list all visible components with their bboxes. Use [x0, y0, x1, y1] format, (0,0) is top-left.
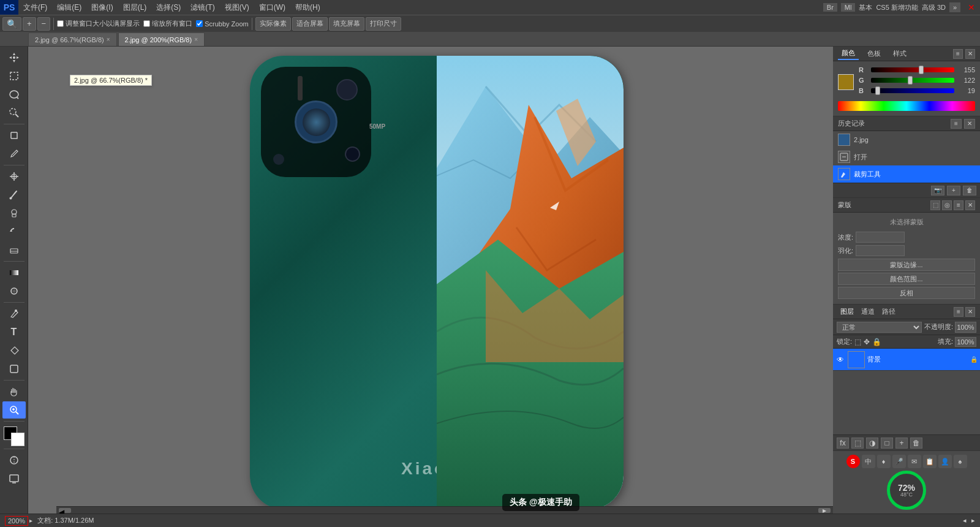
mask-invert-btn[interactable]: 反相: [838, 287, 975, 299]
blend-mode-select[interactable]: 正常: [837, 322, 922, 333]
zoom-percentage-box[interactable]: 200%: [5, 516, 28, 526]
weather-icon[interactable]: ♦: [877, 455, 891, 468]
history-close-btn[interactable]: ✕: [964, 119, 975, 129]
menu-file[interactable]: 文件(F): [18, 0, 52, 15]
mask-menu[interactable]: ≡: [954, 200, 963, 210]
mask-add-pixel[interactable]: ⬚: [930, 200, 940, 210]
menu-window[interactable]: 窗口(W): [254, 0, 290, 15]
tool-lasso[interactable]: [2, 86, 26, 103]
zoom-tool-icon[interactable]: 🔍: [2, 17, 21, 31]
tab-1[interactable]: 2.jpg @ 66.7%(RGB/8) ×: [28, 32, 117, 46]
tool-marquee[interactable]: [2, 67, 26, 85]
color-panel-close[interactable]: ✕: [965, 49, 975, 59]
sogou-icon[interactable]: S: [846, 455, 860, 468]
workspace-basic[interactable]: 基本: [859, 3, 872, 12]
actual-pixels-btn[interactable]: 实际像素: [255, 17, 291, 31]
layer-group-btn[interactable]: □: [881, 438, 893, 449]
layers-menu[interactable]: ≡: [954, 307, 963, 317]
tool-zoom[interactable]: [2, 401, 26, 419]
color-preview-swatch[interactable]: [838, 74, 854, 90]
tool-history-brush[interactable]: [2, 223, 26, 240]
zoom-increase-arrow[interactable]: ▸: [29, 517, 32, 524]
tab-2-close[interactable]: ×: [194, 36, 198, 43]
mask-close[interactable]: ✕: [965, 200, 975, 210]
mask-refine-btn[interactable]: 蒙版边缘...: [838, 259, 975, 271]
zoom-all-checkbox[interactable]: [143, 20, 150, 27]
tool-text[interactable]: T: [2, 324, 26, 341]
menu-image[interactable]: 图像(I): [86, 0, 118, 15]
menu-view[interactable]: 视图(V): [220, 0, 254, 15]
workspace-3d[interactable]: 高级 3D: [922, 3, 946, 12]
tool-screen-mode[interactable]: [2, 470, 26, 487]
layer-visibility-0[interactable]: 👁: [835, 355, 845, 365]
menu-edit[interactable]: 编辑(E): [52, 0, 86, 15]
mask-opacity-input[interactable]: [856, 232, 905, 243]
zoom-in-btn[interactable]: +: [23, 17, 36, 31]
menu-help[interactable]: 帮助(H): [290, 0, 325, 15]
tab-1-close[interactable]: ×: [107, 36, 110, 43]
tool-quick-mask[interactable]: [2, 452, 26, 469]
tool-hand[interactable]: [2, 383, 26, 400]
tool-path-select[interactable]: [2, 342, 26, 359]
extras-icon[interactable]: ♠: [954, 455, 967, 468]
scrubby-zoom-checkbox[interactable]: [196, 20, 203, 27]
tool-dodge[interactable]: [2, 282, 26, 300]
lock-move-btn[interactable]: ✥: [864, 338, 870, 346]
layer-mask-btn[interactable]: ⬚: [851, 438, 864, 449]
green-thumb[interactable]: [908, 76, 913, 85]
scrubby-zoom-option[interactable]: Scrubby Zoom: [196, 20, 249, 28]
fill-screen-btn[interactable]: 填充屏幕: [329, 17, 364, 31]
tool-pen[interactable]: [2, 305, 26, 322]
resize-window-checkbox[interactable]: [57, 20, 64, 27]
canvas-area[interactable]: 2.jpg @ 66.7%(RGB/8) *: [28, 47, 833, 514]
zoom-all-option[interactable]: 缩放所有窗口: [143, 19, 192, 28]
workspace-new[interactable]: CS5 新增功能: [876, 3, 918, 12]
zoom-out-btn[interactable]: −: [37, 17, 51, 31]
layer-new-btn[interactable]: +: [895, 438, 908, 449]
history-delete-btn[interactable]: 🗑: [963, 186, 976, 195]
tool-stamp[interactable]: [2, 205, 26, 222]
lock-pixels-btn[interactable]: ⬚: [854, 338, 861, 346]
mask-add-vector[interactable]: ◎: [942, 200, 952, 210]
speed-meter[interactable]: 72% 48°C: [887, 471, 926, 510]
layers-close[interactable]: ✕: [965, 307, 975, 317]
bridge-btn[interactable]: Br: [823, 3, 837, 12]
red-thumb[interactable]: [919, 66, 924, 74]
scroll-right-arrow[interactable]: ▸: [971, 517, 975, 525]
layer-adjustment-btn[interactable]: ◑: [866, 438, 878, 449]
mini-bridge-btn[interactable]: Ml: [841, 3, 856, 12]
tool-gradient[interactable]: [2, 264, 26, 281]
styles-tab[interactable]: 样式: [889, 48, 910, 59]
tab-channels[interactable]: 通道: [859, 306, 877, 317]
layer-fx-btn[interactable]: fx: [837, 438, 849, 449]
tool-brush[interactable]: [2, 186, 26, 203]
tab-2[interactable]: 2.jpg @ 200%(RGB/8) ×: [118, 32, 205, 46]
history-item-2[interactable]: 裁剪工具: [833, 165, 980, 183]
chinese-input-icon[interactable]: 中: [862, 455, 875, 468]
menu-select[interactable]: 选择(S): [151, 0, 186, 15]
tool-quick-select[interactable]: [2, 104, 26, 121]
color-panel-menu[interactable]: ≡: [953, 49, 963, 59]
mail-icon[interactable]: ✉: [908, 455, 921, 468]
scrollbar-right-btn[interactable]: ▶: [818, 508, 831, 513]
mask-feather-input[interactable]: [856, 245, 905, 256]
history-menu-btn[interactable]: ≡: [951, 119, 962, 129]
swatches-tab[interactable]: 色板: [864, 48, 884, 59]
fit-screen-btn[interactable]: 适合屏幕: [292, 17, 328, 31]
resize-window-option[interactable]: 调整窗口大小以满屏显示: [57, 19, 140, 28]
history-new-btn[interactable]: +: [947, 186, 960, 195]
opacity-input[interactable]: [955, 322, 976, 333]
menu-filter[interactable]: 滤镜(T): [186, 0, 219, 15]
menu-layer[interactable]: 图层(L): [118, 0, 152, 15]
tab-paths[interactable]: 路径: [880, 306, 898, 317]
close-app-btn[interactable]: ✕: [968, 2, 975, 12]
color-spectrum[interactable]: [838, 101, 975, 111]
tool-eyedropper[interactable]: [2, 145, 26, 162]
tool-healing[interactable]: [2, 168, 26, 185]
background-color[interactable]: [11, 433, 24, 446]
history-snapshot-btn[interactable]: 📷: [931, 186, 944, 195]
color-tab[interactable]: 颜色: [838, 47, 859, 60]
clipboard-icon[interactable]: 📋: [923, 455, 937, 468]
workspace-expand-btn[interactable]: »: [949, 2, 960, 12]
history-item-0[interactable]: 2.jpg: [833, 131, 980, 148]
